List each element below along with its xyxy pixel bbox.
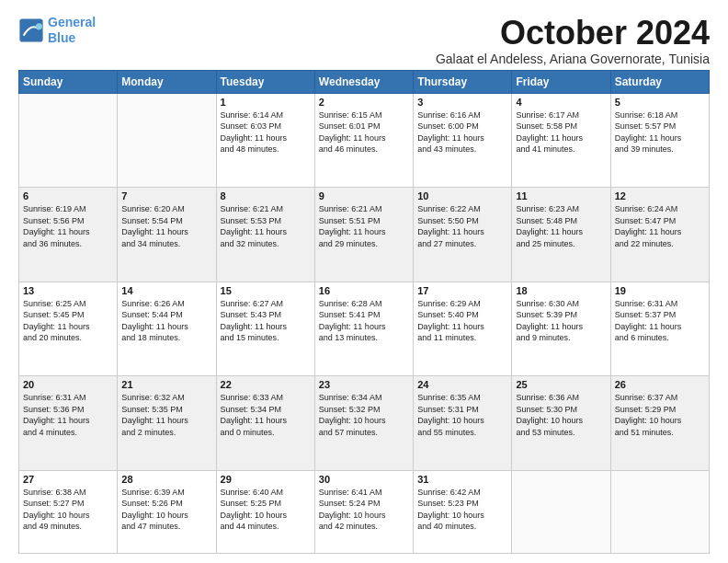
page: General Blue October 2024 Galaat el Ande… [0,0,728,563]
day-info: Sunrise: 6:28 AM Sunset: 5:41 PM Dayligh… [319,298,409,344]
day-number: 27 [23,474,113,485]
calendar-cell [19,93,118,187]
day-info: Sunrise: 6:25 AM Sunset: 5:45 PM Dayligh… [23,298,113,344]
day-info: Sunrise: 6:18 AM Sunset: 5:57 PM Dayligh… [615,109,705,155]
day-number: 13 [23,285,113,296]
week-row-4: 20Sunrise: 6:31 AM Sunset: 5:36 PM Dayli… [19,376,710,470]
col-tuesday: Tuesday [216,70,314,93]
calendar-cell: 4Sunrise: 6:17 AM Sunset: 5:58 PM Daylig… [512,93,610,187]
calendar-cell: 5Sunrise: 6:18 AM Sunset: 5:57 PM Daylig… [610,93,709,187]
day-number: 23 [319,379,409,390]
calendar-cell: 23Sunrise: 6:34 AM Sunset: 5:32 PM Dayli… [314,376,413,470]
calendar-cell: 21Sunrise: 6:32 AM Sunset: 5:35 PM Dayli… [118,376,216,470]
day-info: Sunrise: 6:35 AM Sunset: 5:31 PM Dayligh… [417,392,507,438]
calendar-cell: 12Sunrise: 6:24 AM Sunset: 5:47 PM Dayli… [610,188,709,282]
day-number: 16 [319,285,409,296]
day-info: Sunrise: 6:29 AM Sunset: 5:40 PM Dayligh… [417,298,507,344]
calendar-cell: 31Sunrise: 6:42 AM Sunset: 5:23 PM Dayli… [414,470,512,553]
day-number: 8 [221,190,311,201]
day-number: 9 [319,190,409,201]
day-info: Sunrise: 6:21 AM Sunset: 5:53 PM Dayligh… [221,203,311,249]
calendar-cell: 18Sunrise: 6:30 AM Sunset: 5:39 PM Dayli… [512,282,610,375]
day-info: Sunrise: 6:31 AM Sunset: 5:36 PM Dayligh… [23,392,113,438]
day-info: Sunrise: 6:21 AM Sunset: 5:51 PM Dayligh… [319,203,409,249]
calendar-cell: 25Sunrise: 6:36 AM Sunset: 5:30 PM Dayli… [512,376,610,470]
day-info: Sunrise: 6:14 AM Sunset: 6:03 PM Dayligh… [221,109,311,155]
header: General Blue October 2024 Galaat el Ande… [18,15,710,66]
calendar-cell: 7Sunrise: 6:20 AM Sunset: 5:54 PM Daylig… [118,188,216,282]
calendar-cell: 2Sunrise: 6:15 AM Sunset: 6:01 PM Daylig… [314,93,413,187]
day-info: Sunrise: 6:26 AM Sunset: 5:44 PM Dayligh… [121,298,211,344]
calendar-cell: 28Sunrise: 6:39 AM Sunset: 5:26 PM Dayli… [118,470,216,553]
calendar-cell: 27Sunrise: 6:38 AM Sunset: 5:27 PM Dayli… [19,470,118,553]
day-number: 31 [417,474,507,485]
week-row-3: 13Sunrise: 6:25 AM Sunset: 5:45 PM Dayli… [19,282,710,375]
day-info: Sunrise: 6:19 AM Sunset: 5:56 PM Dayligh… [23,203,113,249]
calendar-cell: 17Sunrise: 6:29 AM Sunset: 5:40 PM Dayli… [414,282,512,375]
day-number: 15 [221,285,311,296]
day-number: 25 [516,379,606,390]
calendar-cell: 9Sunrise: 6:21 AM Sunset: 5:51 PM Daylig… [314,188,413,282]
calendar-cell: 16Sunrise: 6:28 AM Sunset: 5:41 PM Dayli… [314,282,413,375]
day-number: 26 [615,379,705,390]
col-wednesday: Wednesday [314,70,413,93]
calendar-cell: 8Sunrise: 6:21 AM Sunset: 5:53 PM Daylig… [216,188,314,282]
day-number: 12 [615,190,705,201]
day-info: Sunrise: 6:30 AM Sunset: 5:39 PM Dayligh… [516,298,606,344]
day-number: 30 [319,474,409,485]
calendar-cell: 10Sunrise: 6:22 AM Sunset: 5:50 PM Dayli… [414,188,512,282]
week-row-1: 1Sunrise: 6:14 AM Sunset: 6:03 PM Daylig… [19,93,710,187]
day-info: Sunrise: 6:16 AM Sunset: 6:00 PM Dayligh… [417,109,507,155]
calendar-cell: 24Sunrise: 6:35 AM Sunset: 5:31 PM Dayli… [414,376,512,470]
day-info: Sunrise: 6:15 AM Sunset: 6:01 PM Dayligh… [319,109,409,155]
week-row-5: 27Sunrise: 6:38 AM Sunset: 5:27 PM Dayli… [19,470,710,553]
day-number: 29 [221,474,311,485]
day-number: 21 [121,379,211,390]
day-info: Sunrise: 6:37 AM Sunset: 5:29 PM Dayligh… [615,392,705,438]
day-number: 14 [121,285,211,296]
day-info: Sunrise: 6:36 AM Sunset: 5:30 PM Dayligh… [516,392,606,438]
day-number: 17 [417,285,507,296]
day-number: 18 [516,285,606,296]
day-info: Sunrise: 6:17 AM Sunset: 5:58 PM Dayligh… [516,109,606,155]
calendar-cell [610,470,709,553]
col-saturday: Saturday [610,70,709,93]
calendar-cell: 1Sunrise: 6:14 AM Sunset: 6:03 PM Daylig… [216,93,314,187]
day-number: 28 [121,474,211,485]
day-number: 5 [615,97,705,108]
logo: General Blue [18,15,96,46]
day-number: 20 [23,379,113,390]
svg-point-1 [36,23,42,29]
svg-rect-0 [19,18,42,41]
col-sunday: Sunday [19,70,118,93]
day-info: Sunrise: 6:20 AM Sunset: 5:54 PM Dayligh… [121,203,211,249]
subtitle: Galaat el Andeless, Ariana Governorate, … [436,52,710,66]
logo-line2: Blue [48,30,75,45]
day-number: 19 [615,285,705,296]
calendar-cell: 6Sunrise: 6:19 AM Sunset: 5:56 PM Daylig… [19,188,118,282]
title-section: October 2024 Galaat el Andeless, Ariana … [436,15,710,66]
logo-line1: General [48,15,96,29]
day-info: Sunrise: 6:32 AM Sunset: 5:35 PM Dayligh… [121,392,211,438]
day-info: Sunrise: 6:41 AM Sunset: 5:24 PM Dayligh… [319,487,409,533]
calendar-cell: 3Sunrise: 6:16 AM Sunset: 6:00 PM Daylig… [414,93,512,187]
day-number: 11 [516,190,606,201]
calendar-cell: 15Sunrise: 6:27 AM Sunset: 5:43 PM Dayli… [216,282,314,375]
day-info: Sunrise: 6:39 AM Sunset: 5:26 PM Dayligh… [121,487,211,533]
day-info: Sunrise: 6:27 AM Sunset: 5:43 PM Dayligh… [221,298,311,344]
month-title: October 2024 [436,15,710,52]
calendar-cell [512,470,610,553]
day-number: 1 [221,97,311,108]
day-info: Sunrise: 6:38 AM Sunset: 5:27 PM Dayligh… [23,487,113,533]
day-info: Sunrise: 6:22 AM Sunset: 5:50 PM Dayligh… [417,203,507,249]
calendar-cell: 30Sunrise: 6:41 AM Sunset: 5:24 PM Dayli… [314,470,413,553]
col-friday: Friday [512,70,610,93]
day-number: 3 [417,97,507,108]
day-number: 10 [417,190,507,201]
calendar-cell: 13Sunrise: 6:25 AM Sunset: 5:45 PM Dayli… [19,282,118,375]
day-info: Sunrise: 6:42 AM Sunset: 5:23 PM Dayligh… [417,487,507,533]
calendar-cell: 26Sunrise: 6:37 AM Sunset: 5:29 PM Dayli… [610,376,709,470]
logo-text: General Blue [48,15,96,46]
day-number: 22 [221,379,311,390]
calendar-cell: 11Sunrise: 6:23 AM Sunset: 5:48 PM Dayli… [512,188,610,282]
